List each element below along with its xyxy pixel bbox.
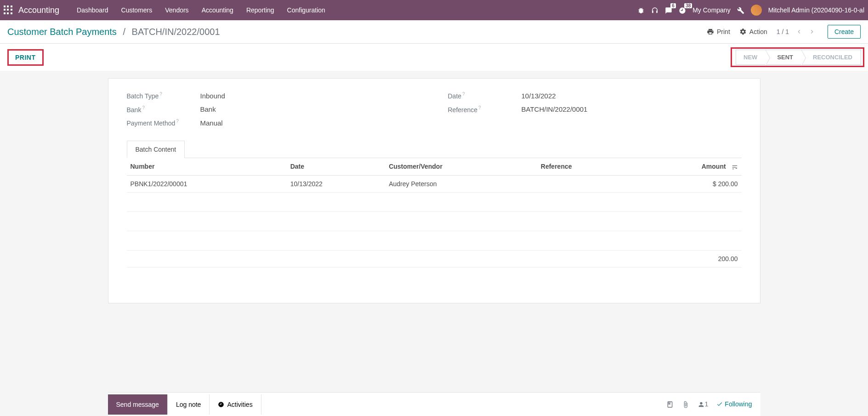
status-step-reconciled[interactable]: RECONCILED xyxy=(801,50,861,65)
status-steps: NEW SENT RECONCILED xyxy=(736,50,861,65)
field-date: Date? 10/13/2022 xyxy=(448,91,742,100)
breadcrumb-current: BATCH/IN/2022/0001 xyxy=(132,27,220,37)
cell-date: 10/13/2022 xyxy=(287,175,385,192)
menu-vendors[interactable]: Vendors xyxy=(159,0,195,20)
help-icon[interactable]: ? xyxy=(176,119,179,124)
menu-dashboard[interactable]: Dashboard xyxy=(70,0,115,20)
tabs: Batch Content xyxy=(127,141,742,158)
label-reference: Reference xyxy=(448,106,478,113)
app-brand[interactable]: Accounting xyxy=(18,6,59,15)
col-partner[interactable]: Customer/Vendor xyxy=(385,158,537,175)
print-button[interactable]: PRINT xyxy=(15,54,36,61)
status-steps-highlight-box: NEW SENT RECONCILED xyxy=(731,47,864,67)
status-step-new[interactable]: NEW xyxy=(736,50,766,65)
table-header-row: Number Date Customer/Vendor Reference Am… xyxy=(127,158,742,175)
menu-accounting[interactable]: Accounting xyxy=(195,0,240,20)
cell-reference xyxy=(537,175,633,192)
col-amount[interactable]: Amount xyxy=(633,158,741,175)
value-bank: Bank xyxy=(200,105,216,113)
printer-icon xyxy=(707,28,714,35)
action-label: Action xyxy=(749,28,767,35)
activities-badge: 38 xyxy=(684,3,692,8)
form-col-left: Batch Type? Inbound Bank? Bank Payment M… xyxy=(127,91,420,132)
help-icon[interactable]: ? xyxy=(462,91,465,97)
table-empty-row xyxy=(127,267,742,286)
action-dropdown[interactable]: Action xyxy=(739,28,767,35)
table-row[interactable]: PBNK1/2022/00001 10/13/2022 Audrey Peter… xyxy=(127,175,742,192)
label-bank: Bank xyxy=(127,106,142,113)
control-panel: Customer Batch Payments / BATCH/IN/2022/… xyxy=(0,20,868,44)
status-step-sent[interactable]: SENT xyxy=(766,50,801,65)
user-menu[interactable]: Mitchell Admin (20204090-16-0-al xyxy=(768,6,864,14)
top-nav-right: 6 38 My Company Mitchell Admin (20204090… xyxy=(637,5,864,16)
chevron-left-icon xyxy=(795,28,803,35)
bug-icon[interactable] xyxy=(637,6,645,14)
clock-icon[interactable]: 38 xyxy=(679,6,686,14)
sheet-wrap: Batch Type? Inbound Bank? Bank Payment M… xyxy=(0,71,868,311)
pager-next[interactable] xyxy=(806,25,818,38)
help-icon[interactable]: ? xyxy=(142,105,145,110)
label-batch-type: Batch Type xyxy=(127,92,159,100)
field-payment-method: Payment Method? Manual xyxy=(127,119,420,127)
value-date: 10/13/2022 xyxy=(522,92,556,100)
gear-icon xyxy=(739,28,747,35)
label-payment-method: Payment Method xyxy=(127,120,176,127)
cell-amount: $ 200.00 xyxy=(633,175,741,192)
tools-icon[interactable] xyxy=(737,6,744,14)
table-total-row: 200.00 xyxy=(127,250,742,267)
value-reference: BATCH/IN/2022/0001 xyxy=(522,105,588,113)
field-bank: Bank? Bank xyxy=(127,105,420,114)
cell-partner: Audrey Peterson xyxy=(385,175,537,192)
help-icon[interactable]: ? xyxy=(159,91,162,97)
top-nav: Accounting Dashboard Customers Vendors A… xyxy=(0,0,868,20)
cell-total: 200.00 xyxy=(633,250,741,267)
breadcrumb: Customer Batch Payments / BATCH/IN/2022/… xyxy=(7,27,220,37)
batch-content-table: Number Date Customer/Vendor Reference Am… xyxy=(127,158,742,286)
tab-batch-content[interactable]: Batch Content xyxy=(127,141,185,158)
label-date: Date xyxy=(448,92,462,100)
avatar[interactable] xyxy=(751,5,762,16)
pager-text: 1 / 1 xyxy=(777,28,789,35)
breadcrumb-separator: / xyxy=(123,27,125,37)
menu-reporting[interactable]: Reporting xyxy=(240,0,281,20)
status-bar: PRINT NEW SENT RECONCILED xyxy=(0,44,868,71)
print-label: Print xyxy=(717,28,730,35)
create-button[interactable]: Create xyxy=(828,25,861,39)
table-empty-row xyxy=(127,231,742,250)
col-reference[interactable]: Reference xyxy=(537,158,633,175)
value-batch-type: Inbound xyxy=(200,92,225,100)
company-switcher[interactable]: My Company xyxy=(692,6,730,14)
messages-badge: 6 xyxy=(670,3,676,8)
table-empty-row xyxy=(127,211,742,231)
form-grid: Batch Type? Inbound Bank? Bank Payment M… xyxy=(127,91,742,132)
chevron-right-icon xyxy=(808,28,816,35)
top-menu: Dashboard Customers Vendors Accounting R… xyxy=(70,0,332,20)
pager-prev[interactable] xyxy=(793,25,806,38)
form-col-right: Date? 10/13/2022 Reference? BATCH/IN/202… xyxy=(448,91,742,132)
menu-configuration[interactable]: Configuration xyxy=(281,0,332,20)
breadcrumb-root[interactable]: Customer Batch Payments xyxy=(7,27,117,37)
cp-right: Print Action 1 / 1 Create xyxy=(707,25,861,39)
col-amount-label: Amount xyxy=(702,163,726,170)
field-batch-type: Batch Type? Inbound xyxy=(127,91,420,100)
print-dropdown[interactable]: Print xyxy=(707,28,730,35)
messages-icon[interactable]: 6 xyxy=(665,6,672,14)
form-sheet: Batch Type? Inbound Bank? Bank Payment M… xyxy=(108,78,760,303)
pager: 1 / 1 xyxy=(777,25,818,38)
value-payment-method: Manual xyxy=(200,119,223,127)
menu-customers[interactable]: Customers xyxy=(115,0,159,20)
col-number[interactable]: Number xyxy=(127,158,287,175)
apps-icon[interactable] xyxy=(4,6,13,15)
columns-settings-icon[interactable] xyxy=(732,164,738,170)
field-reference: Reference? BATCH/IN/2022/0001 xyxy=(448,105,742,114)
support-icon[interactable] xyxy=(651,6,658,14)
col-date[interactable]: Date xyxy=(287,158,385,175)
cell-number: PBNK1/2022/00001 xyxy=(127,175,287,192)
help-icon[interactable]: ? xyxy=(478,105,481,110)
print-highlight-box: PRINT xyxy=(7,49,44,66)
table-empty-row xyxy=(127,192,742,211)
